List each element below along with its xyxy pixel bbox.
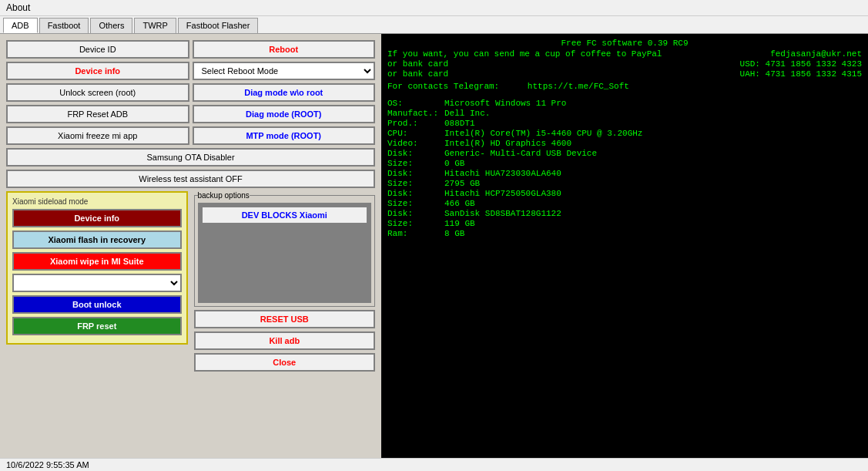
usd-number: USD: 4731 1856 1332 4323 bbox=[740, 59, 862, 69]
bank-usd-line: or bank card USD: 4731 1856 1332 4323 bbox=[387, 59, 862, 69]
tab-fastboot-flasher[interactable]: Fastboot Flasher bbox=[178, 18, 259, 33]
bank-uah-line: or bank card UAH: 4731 1856 1332 4315 bbox=[387, 69, 862, 79]
backup-column: backup options DEV BLOCKS Xiaomi RESET U… bbox=[194, 191, 376, 372]
sideload-wipe-button[interactable]: Xiaomi wipe in MI Suite bbox=[12, 252, 182, 271]
right-panel: Free FC software 0.39 RC9 If you want, y… bbox=[381, 34, 868, 463]
ram-row: Ram: 8 GB bbox=[387, 229, 862, 238]
prod-row: Prod.: 088DT1 bbox=[387, 119, 862, 128]
status-bar: 10/6/2022 9:55:35 AM bbox=[0, 458, 868, 471]
bank-card-text-1: or bank card bbox=[387, 59, 448, 69]
status-timestamp: 10/6/2022 9:55:35 AM bbox=[6, 460, 89, 469]
kill-adb-button[interactable]: Kill adb bbox=[194, 331, 376, 350]
disk3-label: Disk: bbox=[387, 189, 441, 198]
left-panel: Device ID Reboot Device info Select Rebo… bbox=[0, 34, 381, 463]
samsung-ota-button[interactable]: Samsung OTA Disabler bbox=[6, 148, 375, 167]
boot-unlock-button[interactable]: Boot unlock bbox=[12, 295, 182, 314]
top-section: Device ID Reboot bbox=[6, 40, 375, 59]
close-button[interactable]: Close bbox=[194, 353, 376, 372]
size4-label: Size: bbox=[387, 219, 441, 228]
cpu-value: Intel(R) Core(TM) i5-4460 CPU @ 3.20GHz bbox=[444, 129, 642, 138]
tab-adb[interactable]: ADB bbox=[3, 18, 38, 33]
bank-card-text-2: or bank card bbox=[387, 69, 448, 79]
ram-value: 8 GB bbox=[444, 229, 464, 238]
video-row: Video: Intel(R) HD Graphics 4600 bbox=[387, 139, 862, 148]
disk2-row: Disk: Hitachi HUA723030ALA640 bbox=[387, 169, 862, 178]
manufact-value: Dell Inc. bbox=[444, 109, 490, 118]
paypal-text: If you want, you can send me a cup of co… bbox=[387, 49, 662, 59]
diag-no-root-button[interactable]: Diag mode w\o root bbox=[193, 83, 376, 102]
mtp-mode-root-button[interactable]: MTP mode (ROOT) bbox=[193, 126, 376, 145]
cpu-row: CPU: Intel(R) Core(TM) i5-4460 CPU @ 3.2… bbox=[387, 129, 862, 138]
disk4-value: SanDisk SD8SBAT128G1122 bbox=[444, 209, 561, 218]
device-reboot-row: Device info Select Reboot Mode bbox=[6, 62, 375, 80]
size4-row: Size: 119 GB bbox=[387, 219, 862, 228]
disk4-label: Disk: bbox=[387, 209, 441, 218]
two-column-area: Xiaomi sideload mode Device info Xiaomi … bbox=[6, 191, 375, 372]
disk3-row: Disk: Hitachi HCP725050GLA380 bbox=[387, 189, 862, 198]
diag-root-button[interactable]: Diag mode (ROOT) bbox=[193, 105, 376, 123]
backup-section: backup options DEV BLOCKS Xiaomi bbox=[194, 191, 376, 307]
title-bar: About bbox=[0, 0, 868, 16]
size2-row: Size: 2795 GB bbox=[387, 179, 862, 188]
mode-section: Unlock screen (root) Diag mode w\o root … bbox=[6, 83, 375, 145]
select-reboot-mode[interactable]: Select Reboot Mode bbox=[193, 62, 376, 80]
disk2-value: Hitachi HUA723030ALA640 bbox=[444, 169, 561, 178]
size1-row: Size: 0 GB bbox=[387, 159, 862, 168]
disk4-row: Disk: SanDisk SD8SBAT128G1122 bbox=[387, 209, 862, 218]
size3-value: 466 GB bbox=[444, 199, 475, 208]
title-text: About bbox=[6, 2, 30, 13]
xiaomi-freeze-button[interactable]: Xiaomi freeze mi app bbox=[6, 126, 189, 145]
disk1-label: Disk: bbox=[387, 149, 441, 158]
sideload-column: Xiaomi sideload mode Device info Xiaomi … bbox=[6, 191, 188, 372]
frp-reset-button[interactable]: FRP reset bbox=[12, 317, 182, 335]
disk3-value: Hitachi HCP725050GLA380 bbox=[444, 189, 561, 198]
bottom-buttons: RESET USB Kill adb Close bbox=[194, 310, 376, 372]
size2-label: Size: bbox=[387, 179, 441, 188]
tab-bar: ADB Fastboot Others TWRP Fastboot Flashe… bbox=[0, 16, 868, 34]
size2-value: 2795 GB bbox=[444, 179, 480, 188]
unlock-screen-button[interactable]: Unlock screen (root) bbox=[6, 83, 189, 102]
paypal-line: If you want, you can send me a cup of co… bbox=[387, 49, 862, 59]
sideload-device-info-button[interactable]: Device info bbox=[12, 209, 182, 227]
device-id-button[interactable]: Device ID bbox=[6, 40, 189, 59]
paypal-email: fedjasanja@ukr.net bbox=[770, 49, 862, 59]
main-content: Device ID Reboot Device info Select Rebo… bbox=[0, 34, 868, 463]
disk2-label: Disk: bbox=[387, 169, 441, 178]
video-value: Intel(R) HD Graphics 4600 bbox=[444, 139, 571, 148]
extra-section: Samsung OTA Disabler Wireless test assis… bbox=[6, 148, 375, 188]
sideload-label: Xiaomi sideload mode bbox=[12, 197, 182, 206]
disk1-row: Disk: Generic- Multi-Card USB Device bbox=[387, 149, 862, 158]
header-line: Free FC software 0.39 RC9 bbox=[387, 39, 862, 48]
sideload-section: Xiaomi sideload mode Device info Xiaomi … bbox=[6, 191, 188, 345]
telegram-label: For contacts Telegram: bbox=[387, 82, 499, 91]
disk1-value: Generic- Multi-Card USB Device bbox=[444, 149, 597, 158]
reset-usb-button[interactable]: RESET USB bbox=[194, 310, 376, 328]
manufact-row: Manufact.: Dell Inc. bbox=[387, 109, 862, 118]
reboot-button[interactable]: Reboot bbox=[193, 40, 376, 59]
os-row: OS: Microsoft Windows 11 Pro bbox=[387, 99, 862, 108]
prod-value: 088DT1 bbox=[444, 119, 475, 128]
os-value: Microsoft Windows 11 Pro bbox=[444, 99, 566, 108]
backup-legend: backup options bbox=[198, 191, 250, 200]
size4-value: 119 GB bbox=[444, 219, 475, 228]
telegram-url: https://t.me/FC_Soft bbox=[528, 82, 629, 91]
manufact-label: Manufact.: bbox=[387, 109, 441, 118]
video-label: Video: bbox=[387, 139, 441, 148]
wireless-test-button[interactable]: Wireless test assistant OFF bbox=[6, 170, 375, 188]
telegram-line: For contacts Telegram: https://t.me/FC_S… bbox=[387, 82, 862, 91]
tab-fastboot[interactable]: Fastboot bbox=[39, 18, 89, 33]
prod-label: Prod.: bbox=[387, 119, 441, 128]
size1-value: 0 GB bbox=[444, 159, 464, 168]
sideload-dropdown[interactable] bbox=[12, 274, 182, 292]
tab-twrp[interactable]: TWRP bbox=[134, 18, 176, 33]
frp-reset-adb-button[interactable]: FRP Reset ADB bbox=[6, 105, 189, 123]
uah-number: UAH: 4731 1856 1332 4315 bbox=[740, 69, 862, 79]
sideload-flash-button[interactable]: Xiaomi flash in recovery bbox=[12, 230, 182, 249]
tab-others[interactable]: Others bbox=[90, 18, 132, 33]
dev-blocks-xiaomi-button[interactable]: DEV BLOCKS Xiaomi bbox=[201, 206, 369, 224]
os-label: OS: bbox=[387, 99, 441, 108]
device-info-button[interactable]: Device info bbox=[6, 62, 189, 80]
size1-label: Size: bbox=[387, 159, 441, 168]
backup-inner: DEV BLOCKS Xiaomi bbox=[198, 203, 372, 303]
ram-label: Ram: bbox=[387, 229, 441, 238]
